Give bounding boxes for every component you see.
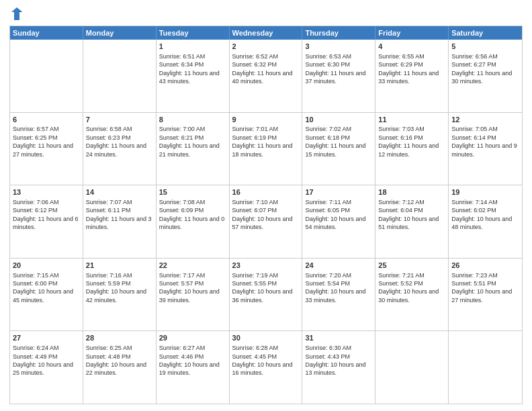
cell-day-number: 15	[159, 187, 226, 197]
cell-day-number: 7	[86, 115, 153, 125]
cal-cell-23: 23Sunrise: 7:19 AM Sunset: 5:55 PM Dayli…	[230, 259, 303, 331]
cell-info: Sunrise: 6:53 AM Sunset: 6:30 PM Dayligh…	[305, 52, 372, 86]
cell-day-number: 16	[232, 187, 300, 197]
cell-day-number: 28	[86, 333, 153, 343]
cell-info: Sunrise: 6:58 AM Sunset: 6:23 PM Dayligh…	[86, 125, 153, 158]
calendar-week-1: 1Sunrise: 6:51 AM Sunset: 6:34 PM Daylig…	[10, 40, 522, 112]
cal-cell-3: 3Sunrise: 6:53 AM Sunset: 6:30 PM Daylig…	[302, 40, 375, 112]
cal-cell-19: 19Sunrise: 7:14 AM Sunset: 6:02 PM Dayli…	[449, 185, 522, 258]
cal-cell-21: 21Sunrise: 7:16 AM Sunset: 5:59 PM Dayli…	[83, 259, 157, 331]
day-header-saturday: Saturday	[449, 26, 522, 40]
cell-day-number: 30	[232, 333, 300, 343]
cal-cell-4: 4Sunrise: 6:55 AM Sunset: 6:29 PM Daylig…	[375, 40, 449, 112]
cell-day-number: 24	[305, 261, 372, 271]
cal-cell-9: 9Sunrise: 7:01 AM Sunset: 6:19 PM Daylig…	[230, 113, 303, 185]
cell-info: Sunrise: 7:05 AM Sunset: 6:14 PM Dayligh…	[451, 125, 519, 158]
cell-info: Sunrise: 7:03 AM Sunset: 6:16 PM Dayligh…	[378, 125, 445, 158]
calendar-body: 1Sunrise: 6:51 AM Sunset: 6:34 PM Daylig…	[10, 40, 522, 404]
cell-info: Sunrise: 7:00 AM Sunset: 6:21 PM Dayligh…	[159, 125, 226, 158]
cal-cell-10: 10Sunrise: 7:02 AM Sunset: 6:18 PM Dayli…	[302, 113, 375, 185]
cell-day-number: 21	[86, 261, 153, 271]
cell-day-number: 20	[13, 261, 80, 271]
cal-cell-16: 16Sunrise: 7:10 AM Sunset: 6:07 PM Dayli…	[230, 185, 303, 258]
cal-cell-25: 25Sunrise: 7:21 AM Sunset: 5:52 PM Dayli…	[375, 259, 449, 331]
cell-day-number: 12	[451, 115, 519, 125]
calendar-week-5: 27Sunrise: 6:24 AM Sunset: 4:49 PM Dayli…	[10, 330, 522, 404]
cell-info: Sunrise: 7:20 AM Sunset: 5:54 PM Dayligh…	[305, 271, 372, 305]
cell-info: Sunrise: 7:11 AM Sunset: 6:05 PM Dayligh…	[305, 198, 372, 232]
logo	[9, 7, 23, 21]
day-header-monday: Monday	[83, 26, 157, 40]
page: SundayMondayTuesdayWednesdayThursdayFrid…	[0, 0, 532, 411]
day-header-sunday: Sunday	[10, 26, 83, 40]
cell-day-number: 5	[451, 42, 519, 52]
cell-day-number: 6	[13, 115, 80, 125]
cal-cell-27: 27Sunrise: 6:24 AM Sunset: 4:49 PM Dayli…	[10, 331, 83, 404]
cell-info: Sunrise: 6:52 AM Sunset: 6:32 PM Dayligh…	[232, 52, 300, 86]
cell-info: Sunrise: 6:56 AM Sunset: 6:27 PM Dayligh…	[451, 52, 519, 86]
cal-cell-5: 5Sunrise: 6:56 AM Sunset: 6:27 PM Daylig…	[449, 40, 522, 112]
cell-info: Sunrise: 7:10 AM Sunset: 6:07 PM Dayligh…	[232, 198, 300, 232]
cell-info: Sunrise: 7:12 AM Sunset: 6:04 PM Dayligh…	[378, 198, 445, 232]
cell-day-number: 22	[159, 261, 226, 271]
calendar-header-row: SundayMondayTuesdayWednesdayThursdayFrid…	[10, 26, 522, 40]
cell-info: Sunrise: 6:24 AM Sunset: 4:49 PM Dayligh…	[13, 344, 80, 377]
cell-day-number: 13	[13, 187, 80, 197]
cal-cell-8: 8Sunrise: 7:00 AM Sunset: 6:21 PM Daylig…	[157, 113, 230, 185]
cal-cell-empty	[83, 40, 157, 112]
cal-cell-17: 17Sunrise: 7:11 AM Sunset: 6:05 PM Dayli…	[302, 185, 375, 258]
cell-info: Sunrise: 7:16 AM Sunset: 5:59 PM Dayligh…	[86, 271, 153, 305]
cell-day-number: 26	[451, 261, 519, 271]
cell-day-number: 11	[378, 115, 445, 125]
cal-cell-11: 11Sunrise: 7:03 AM Sunset: 6:16 PM Dayli…	[375, 113, 449, 185]
cal-cell-20: 20Sunrise: 7:15 AM Sunset: 6:00 PM Dayli…	[10, 259, 83, 331]
day-header-wednesday: Wednesday	[230, 26, 303, 40]
cell-day-number: 9	[232, 115, 300, 125]
calendar: SundayMondayTuesdayWednesdayThursdayFrid…	[9, 26, 523, 404]
cell-info: Sunrise: 7:14 AM Sunset: 6:02 PM Dayligh…	[451, 198, 519, 232]
svg-marker-0	[11, 7, 22, 20]
cal-cell-15: 15Sunrise: 7:08 AM Sunset: 6:09 PM Dayli…	[157, 185, 230, 258]
calendar-week-4: 20Sunrise: 7:15 AM Sunset: 6:00 PM Dayli…	[10, 258, 522, 331]
cal-cell-22: 22Sunrise: 7:17 AM Sunset: 5:57 PM Dayli…	[157, 259, 230, 331]
cell-info: Sunrise: 6:55 AM Sunset: 6:29 PM Dayligh…	[378, 52, 445, 86]
cell-info: Sunrise: 6:30 AM Sunset: 4:43 PM Dayligh…	[305, 344, 372, 377]
calendar-week-3: 13Sunrise: 7:06 AM Sunset: 6:12 PM Dayli…	[10, 185, 522, 258]
cal-cell-13: 13Sunrise: 7:06 AM Sunset: 6:12 PM Dayli…	[10, 185, 83, 258]
cell-day-number: 14	[86, 187, 153, 197]
cell-info: Sunrise: 7:21 AM Sunset: 5:52 PM Dayligh…	[378, 271, 445, 305]
cell-day-number: 3	[305, 42, 372, 52]
cell-info: Sunrise: 7:02 AM Sunset: 6:18 PM Dayligh…	[305, 125, 372, 158]
cell-day-number: 2	[232, 42, 300, 52]
calendar-week-2: 6Sunrise: 6:57 AM Sunset: 6:25 PM Daylig…	[10, 112, 522, 185]
cell-info: Sunrise: 6:25 AM Sunset: 4:48 PM Dayligh…	[86, 344, 153, 377]
cell-info: Sunrise: 6:57 AM Sunset: 6:25 PM Dayligh…	[13, 125, 80, 158]
cell-day-number: 23	[232, 261, 300, 271]
cal-cell-30: 30Sunrise: 6:28 AM Sunset: 4:45 PM Dayli…	[230, 331, 303, 404]
cell-info: Sunrise: 6:51 AM Sunset: 6:34 PM Dayligh…	[159, 52, 226, 86]
cell-day-number: 29	[159, 333, 226, 343]
cal-cell-7: 7Sunrise: 6:58 AM Sunset: 6:23 PM Daylig…	[83, 113, 157, 185]
cal-cell-28: 28Sunrise: 6:25 AM Sunset: 4:48 PM Dayli…	[83, 331, 157, 404]
header	[9, 7, 523, 21]
cal-cell-12: 12Sunrise: 7:05 AM Sunset: 6:14 PM Dayli…	[449, 113, 522, 185]
cell-info: Sunrise: 7:06 AM Sunset: 6:12 PM Dayligh…	[13, 198, 80, 232]
cell-day-number: 17	[305, 187, 372, 197]
cell-day-number: 19	[451, 187, 519, 197]
cell-info: Sunrise: 7:23 AM Sunset: 5:51 PM Dayligh…	[451, 271, 519, 305]
cell-info: Sunrise: 7:19 AM Sunset: 5:55 PM Dayligh…	[232, 271, 300, 305]
cal-cell-1: 1Sunrise: 6:51 AM Sunset: 6:34 PM Daylig…	[157, 40, 230, 112]
cal-cell-29: 29Sunrise: 6:27 AM Sunset: 4:46 PM Dayli…	[157, 331, 230, 404]
cell-day-number: 4	[378, 42, 445, 52]
cal-cell-empty	[10, 40, 83, 112]
cell-day-number: 18	[378, 187, 445, 197]
cell-info: Sunrise: 6:27 AM Sunset: 4:46 PM Dayligh…	[159, 344, 226, 377]
cell-info: Sunrise: 7:08 AM Sunset: 6:09 PM Dayligh…	[159, 198, 226, 232]
day-header-friday: Friday	[375, 26, 449, 40]
cell-info: Sunrise: 7:15 AM Sunset: 6:00 PM Dayligh…	[13, 271, 80, 305]
cell-info: Sunrise: 6:28 AM Sunset: 4:45 PM Dayligh…	[232, 344, 300, 377]
cal-cell-empty	[449, 331, 522, 404]
cell-day-number: 27	[13, 333, 80, 343]
cal-cell-18: 18Sunrise: 7:12 AM Sunset: 6:04 PM Dayli…	[375, 185, 449, 258]
cal-cell-6: 6Sunrise: 6:57 AM Sunset: 6:25 PM Daylig…	[10, 113, 83, 185]
